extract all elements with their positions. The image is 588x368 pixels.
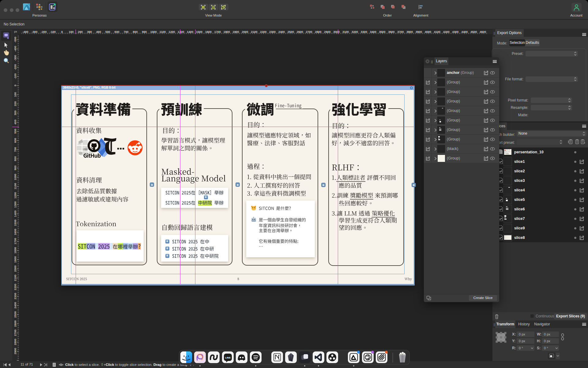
svg-text:Ω: Ω — [85, 147, 88, 151]
svg-text:LINE: LINE — [225, 356, 231, 359]
